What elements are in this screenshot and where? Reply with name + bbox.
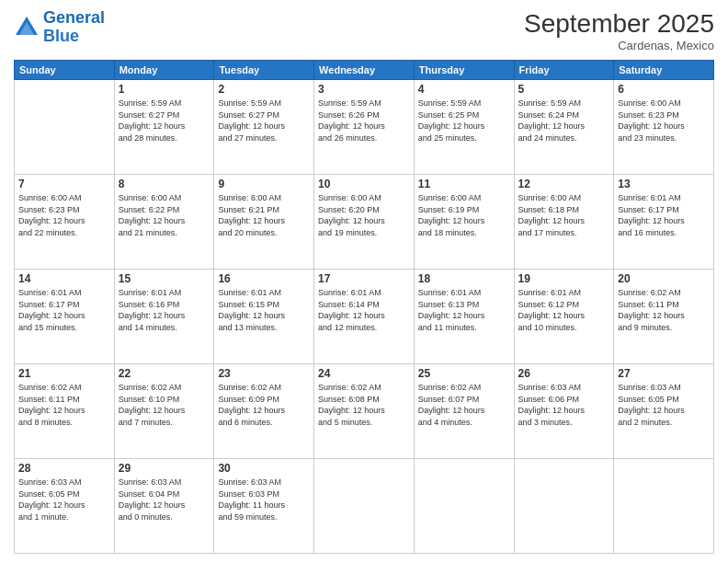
- day-number: 21: [18, 367, 110, 380]
- day-number: 24: [318, 367, 410, 380]
- calendar-cell: 13Sunrise: 6:01 AMSunset: 6:17 PMDayligh…: [614, 175, 714, 270]
- day-number: 25: [418, 367, 510, 380]
- day-number: 16: [218, 272, 310, 285]
- header: General Blue September 2025 Cardenas, Me…: [14, 9, 714, 52]
- calendar-cell: 23Sunrise: 6:02 AMSunset: 6:09 PMDayligh…: [214, 364, 314, 459]
- day-info: Sunrise: 5:59 AMSunset: 6:24 PMDaylight:…: [518, 98, 610, 144]
- day-info: Sunrise: 6:03 AMSunset: 6:06 PMDaylight:…: [518, 382, 610, 428]
- calendar-header-row: SundayMondayTuesdayWednesdayThursdayFrid…: [15, 61, 714, 80]
- day-header-friday: Friday: [514, 61, 614, 80]
- day-number: 7: [18, 178, 110, 190]
- day-number: 10: [318, 178, 410, 190]
- day-info: Sunrise: 6:01 AMSunset: 6:13 PMDaylight:…: [418, 287, 510, 333]
- day-info: Sunrise: 6:00 AMSunset: 6:19 PMDaylight:…: [418, 192, 510, 238]
- day-number: 29: [119, 462, 210, 475]
- day-info: Sunrise: 6:02 AMSunset: 6:10 PMDaylight:…: [119, 382, 210, 428]
- calendar-cell: [414, 459, 514, 554]
- day-number: 4: [418, 83, 510, 96]
- calendar-cell: 10Sunrise: 6:00 AMSunset: 6:20 PMDayligh…: [314, 175, 415, 270]
- calendar-cell: 26Sunrise: 6:03 AMSunset: 6:06 PMDayligh…: [514, 364, 614, 459]
- calendar-cell: 7Sunrise: 6:00 AMSunset: 6:23 PMDaylight…: [15, 175, 115, 270]
- calendar-cell: 30Sunrise: 6:03 AMSunset: 6:03 PMDayligh…: [214, 459, 314, 554]
- day-number: 28: [18, 462, 110, 475]
- day-header-thursday: Thursday: [414, 61, 514, 80]
- day-number: 27: [618, 367, 710, 380]
- calendar-table: SundayMondayTuesdayWednesdayThursdayFrid…: [14, 60, 714, 554]
- day-info: Sunrise: 6:00 AMSunset: 6:22 PMDaylight:…: [119, 192, 210, 238]
- day-number: 11: [418, 178, 510, 190]
- day-info: Sunrise: 6:02 AMSunset: 6:09 PMDaylight:…: [218, 382, 310, 428]
- day-number: 19: [518, 272, 610, 285]
- day-number: 8: [119, 178, 210, 190]
- day-info: Sunrise: 6:02 AMSunset: 6:11 PMDaylight:…: [18, 382, 110, 428]
- week-row-2: 7Sunrise: 6:00 AMSunset: 6:23 PMDaylight…: [15, 175, 714, 270]
- day-header-tuesday: Tuesday: [214, 61, 314, 80]
- week-row-4: 21Sunrise: 6:02 AMSunset: 6:11 PMDayligh…: [15, 364, 714, 459]
- title-block: September 2025 Cardenas, Mexico: [524, 9, 714, 52]
- calendar-cell: 6Sunrise: 6:00 AMSunset: 6:23 PMDaylight…: [614, 80, 714, 175]
- calendar-cell: 12Sunrise: 6:00 AMSunset: 6:18 PMDayligh…: [514, 175, 614, 270]
- calendar-cell: 14Sunrise: 6:01 AMSunset: 6:17 PMDayligh…: [15, 270, 115, 364]
- main-title: September 2025: [524, 9, 714, 39]
- day-info: Sunrise: 6:02 AMSunset: 6:08 PMDaylight:…: [318, 382, 410, 428]
- day-number: 15: [119, 272, 210, 285]
- calendar-cell: 4Sunrise: 5:59 AMSunset: 6:25 PMDaylight…: [414, 80, 514, 175]
- day-info: Sunrise: 6:00 AMSunset: 6:23 PMDaylight:…: [618, 98, 710, 144]
- day-number: 13: [618, 178, 710, 190]
- day-info: Sunrise: 5:59 AMSunset: 6:25 PMDaylight:…: [418, 98, 510, 144]
- calendar-cell: 8Sunrise: 6:00 AMSunset: 6:22 PMDaylight…: [114, 175, 214, 270]
- day-number: 6: [618, 83, 710, 96]
- logo-line1: General: [43, 8, 105, 27]
- week-row-5: 28Sunrise: 6:03 AMSunset: 6:05 PMDayligh…: [15, 459, 714, 554]
- day-number: 14: [18, 272, 110, 285]
- page: General Blue September 2025 Cardenas, Me…: [0, 0, 728, 563]
- day-info: Sunrise: 6:00 AMSunset: 6:21 PMDaylight:…: [218, 192, 310, 238]
- day-info: Sunrise: 5:59 AMSunset: 6:27 PMDaylight:…: [218, 98, 310, 144]
- calendar-cell: [514, 459, 614, 554]
- calendar-cell: 24Sunrise: 6:02 AMSunset: 6:08 PMDayligh…: [314, 364, 415, 459]
- day-info: Sunrise: 6:00 AMSunset: 6:23 PMDaylight:…: [18, 192, 110, 238]
- day-info: Sunrise: 6:01 AMSunset: 6:17 PMDaylight:…: [618, 192, 710, 238]
- calendar-cell: 22Sunrise: 6:02 AMSunset: 6:10 PMDayligh…: [114, 364, 214, 459]
- calendar-cell: [614, 459, 714, 554]
- day-number: 5: [518, 83, 610, 96]
- day-number: 3: [318, 83, 410, 96]
- calendar-cell: 2Sunrise: 5:59 AMSunset: 6:27 PMDaylight…: [214, 80, 314, 175]
- day-header-monday: Monday: [114, 61, 214, 80]
- calendar-cell: 28Sunrise: 6:03 AMSunset: 6:05 PMDayligh…: [15, 459, 115, 554]
- day-info: Sunrise: 6:03 AMSunset: 6:05 PMDaylight:…: [618, 382, 710, 428]
- calendar-cell: 17Sunrise: 6:01 AMSunset: 6:14 PMDayligh…: [314, 270, 415, 364]
- day-info: Sunrise: 6:02 AMSunset: 6:07 PMDaylight:…: [418, 382, 510, 428]
- day-info: Sunrise: 6:00 AMSunset: 6:20 PMDaylight:…: [318, 192, 410, 238]
- logo-line2: Blue: [43, 27, 79, 45]
- day-number: 23: [218, 367, 310, 380]
- day-info: Sunrise: 5:59 AMSunset: 6:27 PMDaylight:…: [119, 98, 210, 144]
- calendar-cell: [15, 80, 115, 175]
- day-info: Sunrise: 6:01 AMSunset: 6:15 PMDaylight:…: [218, 287, 310, 333]
- calendar-cell: 5Sunrise: 5:59 AMSunset: 6:24 PMDaylight…: [514, 80, 614, 175]
- calendar-cell: 3Sunrise: 5:59 AMSunset: 6:26 PMDaylight…: [314, 80, 415, 175]
- logo-text: General Blue: [43, 9, 105, 46]
- day-number: 2: [218, 83, 310, 96]
- calendar-cell: 20Sunrise: 6:02 AMSunset: 6:11 PMDayligh…: [614, 270, 714, 364]
- day-header-wednesday: Wednesday: [314, 61, 415, 80]
- calendar-cell: 16Sunrise: 6:01 AMSunset: 6:15 PMDayligh…: [214, 270, 314, 364]
- day-info: Sunrise: 6:00 AMSunset: 6:18 PMDaylight:…: [518, 192, 610, 238]
- calendar-cell: 11Sunrise: 6:00 AMSunset: 6:19 PMDayligh…: [414, 175, 514, 270]
- day-info: Sunrise: 6:03 AMSunset: 6:04 PMDaylight:…: [119, 477, 210, 523]
- day-info: Sunrise: 6:01 AMSunset: 6:17 PMDaylight:…: [18, 287, 110, 333]
- day-info: Sunrise: 6:01 AMSunset: 6:12 PMDaylight:…: [518, 287, 610, 333]
- calendar-cell: 27Sunrise: 6:03 AMSunset: 6:05 PMDayligh…: [614, 364, 714, 459]
- week-row-3: 14Sunrise: 6:01 AMSunset: 6:17 PMDayligh…: [15, 270, 714, 364]
- day-header-saturday: Saturday: [614, 61, 714, 80]
- day-number: 22: [119, 367, 210, 380]
- logo: General Blue: [14, 9, 105, 46]
- day-header-sunday: Sunday: [15, 61, 115, 80]
- subtitle: Cardenas, Mexico: [524, 39, 714, 52]
- day-number: 20: [618, 272, 710, 285]
- day-info: Sunrise: 6:01 AMSunset: 6:14 PMDaylight:…: [318, 287, 410, 333]
- calendar-cell: 29Sunrise: 6:03 AMSunset: 6:04 PMDayligh…: [114, 459, 214, 554]
- calendar-cell: 25Sunrise: 6:02 AMSunset: 6:07 PMDayligh…: [414, 364, 514, 459]
- calendar-cell: 9Sunrise: 6:00 AMSunset: 6:21 PMDaylight…: [214, 175, 314, 270]
- day-number: 30: [218, 462, 310, 475]
